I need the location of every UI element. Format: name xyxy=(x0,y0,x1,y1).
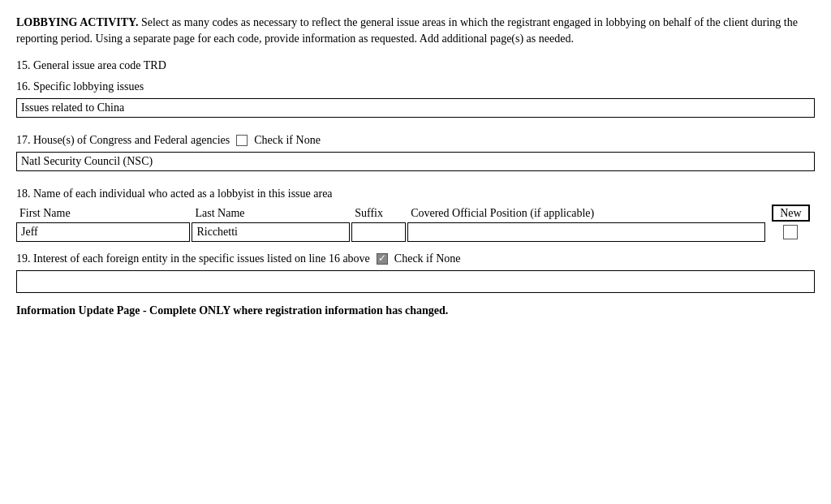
col-header-position: Covered Official Position (if applicable… xyxy=(407,205,767,222)
section-18-label: 18. Name of each individual who acted as… xyxy=(16,187,815,200)
footer-text: Information Update Page - Complete ONLY … xyxy=(16,304,815,317)
section-17-row: 17. House(s) of Congress and Federal age… xyxy=(16,134,815,147)
section-17-checkbox-label: Check if None xyxy=(254,134,321,147)
section-19-checkbox[interactable] xyxy=(377,253,388,265)
new-label: New xyxy=(772,205,809,222)
input-last-name[interactable] xyxy=(192,222,350,242)
cell-position xyxy=(407,222,767,243)
input-position[interactable] xyxy=(407,222,765,242)
col-header-first-name: First Name xyxy=(16,205,192,222)
section-17-checkbox[interactable] xyxy=(236,135,248,146)
section-17-label: 17. House(s) of Congress and Federal age… xyxy=(16,134,230,147)
section-19-input[interactable] xyxy=(16,270,815,293)
table-row xyxy=(16,222,815,243)
input-suffix[interactable] xyxy=(351,222,406,242)
col-header-suffix: Suffix xyxy=(351,205,407,222)
section-19-checkbox-label: Check if None xyxy=(394,252,461,265)
cell-suffix xyxy=(351,222,407,243)
cell-first-name xyxy=(16,222,192,243)
intro-paragraph: LOBBYING ACTIVITY. Select as many codes … xyxy=(16,15,815,48)
lobbyist-table: First Name Last Name Suffix Covered Offi… xyxy=(16,205,815,243)
new-checkbox[interactable] xyxy=(783,225,798,239)
section-15-label: 15. General issue area code TRD xyxy=(16,59,815,72)
section-16-label: 16. Specific lobbying issues xyxy=(16,80,815,93)
section-19-row: 19. Interest of each foreign entity in t… xyxy=(16,252,815,265)
cell-last-name xyxy=(192,222,351,243)
section-16-input[interactable] xyxy=(16,98,815,118)
cell-new xyxy=(767,222,815,243)
section-19-label: 19. Interest of each foreign entity in t… xyxy=(16,252,370,265)
col-header-last-name: Last Name xyxy=(192,205,351,222)
input-first-name[interactable] xyxy=(16,222,190,242)
intro-bold: LOBBYING ACTIVITY. xyxy=(16,16,138,28)
section-17-input[interactable] xyxy=(16,152,815,171)
col-header-new: New xyxy=(767,205,815,222)
